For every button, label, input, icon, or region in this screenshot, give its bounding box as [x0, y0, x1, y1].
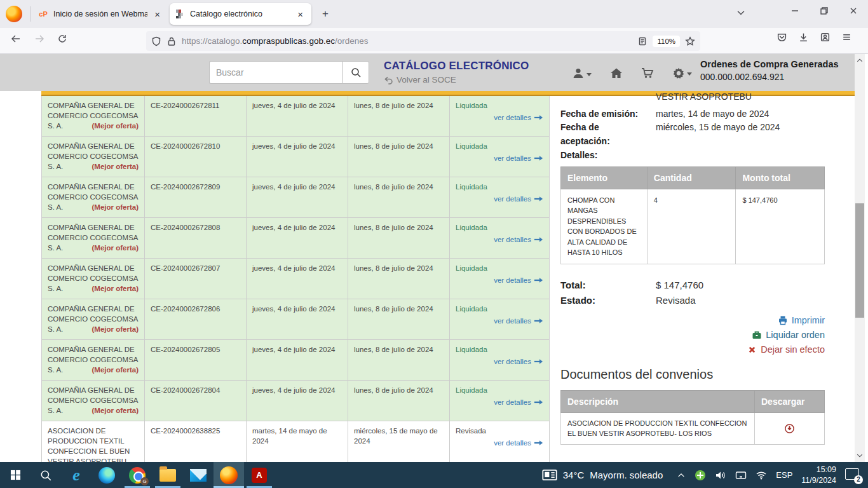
- view-details-link[interactable]: ver detalles: [494, 438, 543, 448]
- bookmark-star-icon[interactable]: [685, 36, 695, 46]
- firefox-logo[interactable]: [6, 6, 22, 22]
- field-label: Detalles:: [560, 149, 656, 163]
- search-input[interactable]: [209, 61, 342, 84]
- tray-expand-icon[interactable]: [677, 471, 686, 480]
- arrow-right-icon: [534, 114, 543, 121]
- view-details-link[interactable]: ver detalles: [494, 234, 543, 245]
- account-icon[interactable]: [820, 32, 831, 43]
- brand-block: CATÁLOGO ELECTRÓNICO Volver al SOCE: [384, 60, 529, 85]
- cart-button[interactable]: [641, 67, 654, 79]
- scroll-down-icon[interactable]: [856, 452, 864, 459]
- scroll-up-icon[interactable]: [856, 57, 864, 64]
- menu-icon[interactable]: [841, 32, 852, 43]
- scrollbar-thumb[interactable]: [855, 203, 864, 318]
- status-cell: Revisada ver detalles: [450, 421, 549, 462]
- firefox-taskbar-icon[interactable]: [214, 462, 244, 488]
- view-details-link[interactable]: ver detalles: [494, 153, 543, 163]
- back-to-soce-link[interactable]: Volver al SOCE: [384, 75, 529, 85]
- briefcase-icon: [752, 330, 762, 340]
- view-details-link[interactable]: ver detalles: [494, 275, 543, 285]
- lock-icon[interactable]: [166, 36, 177, 46]
- tab-close-icon[interactable]: ×: [295, 9, 305, 20]
- file-explorer-icon[interactable]: [153, 462, 183, 488]
- weather-desc: Mayorm. soleado: [590, 470, 663, 480]
- print-link[interactable]: Imprimir: [560, 313, 825, 328]
- notification-center-button[interactable]: 2: [845, 468, 862, 482]
- reader-view-icon[interactable]: [637, 36, 648, 46]
- request-date-cell: jueves, 4 de julio de 2024: [247, 259, 348, 299]
- request-date-cell: jueves, 4 de julio de 2024: [247, 137, 348, 177]
- settings-menu-button[interactable]: [672, 67, 692, 79]
- restore-button[interactable]: [810, 0, 839, 22]
- zoom-level-badge[interactable]: 110%: [653, 36, 680, 47]
- start-button[interactable]: [0, 462, 31, 488]
- request-date-cell: jueves, 4 de julio de 2024: [247, 96, 348, 136]
- url-text[interactable]: https://catalogo.compraspublicas.gob.ec/…: [182, 36, 632, 46]
- order-row[interactable]: COMPAÑIA GENERAL DE COMERCIO COGECOMSA S…: [42, 259, 549, 299]
- document-download-cell[interactable]: [755, 412, 825, 444]
- company-cell: COMPAÑIA GENERAL DE COMERCIO COGECOMSA S…: [42, 96, 145, 136]
- edge-icon[interactable]: [92, 462, 122, 488]
- arrow-right-icon: [534, 399, 543, 405]
- shield-icon[interactable]: [151, 36, 161, 46]
- best-offer-badge: (Mejor oferta): [92, 405, 139, 416]
- accept-date-cell: lunes, 8 de julio de 2024: [348, 259, 450, 299]
- minimize-button[interactable]: [780, 0, 810, 22]
- display-cast-icon[interactable]: [735, 471, 747, 480]
- forward-icon[interactable]: [34, 34, 45, 44]
- total-value: $ 147,4760: [656, 280, 825, 290]
- field-value: [656, 149, 825, 163]
- order-row[interactable]: COMPAÑIA GENERAL DE COMERCIO COGECOMSA S…: [42, 381, 549, 421]
- volume-icon[interactable]: [715, 470, 726, 480]
- pocket-icon[interactable]: [776, 32, 787, 43]
- mail-icon[interactable]: [183, 462, 214, 488]
- order-row[interactable]: COMPAÑIA GENERAL DE COMERCIO COGECOMSA S…: [42, 177, 549, 218]
- accept-date-cell: lunes, 8 de julio de 2024: [348, 340, 450, 380]
- view-details-link[interactable]: ver detalles: [494, 316, 543, 326]
- order-row[interactable]: COMPAÑIA GENERAL DE COMERCIO COGECOMSA S…: [42, 218, 549, 259]
- order-actions: Imprimir Liquidar orden Dejar sin efecto: [560, 313, 825, 357]
- taskbar-search-button[interactable]: [31, 462, 61, 488]
- internet-explorer-icon[interactable]: e: [61, 462, 92, 488]
- void-order-link[interactable]: Dejar sin efecto: [560, 342, 825, 357]
- estado-value: Revisada: [656, 295, 825, 306]
- new-tab-button[interactable]: +: [318, 6, 333, 22]
- antivirus-icon[interactable]: [695, 470, 706, 481]
- liquidate-order-link[interactable]: Liquidar orden: [560, 328, 825, 342]
- status-text: Revisada: [456, 426, 543, 436]
- chrome-icon[interactable]: G: [122, 462, 153, 488]
- status-text: Liquidada: [456, 263, 543, 273]
- order-row[interactable]: COMPAÑIA GENERAL DE COMERCIO COGECOMSA S…: [42, 96, 549, 137]
- order-row[interactable]: COMPAÑIA GENERAL DE COMERCIO COGECOMSA S…: [42, 340, 549, 381]
- wifi-icon[interactable]: [756, 471, 767, 480]
- search-button[interactable]: [342, 61, 369, 84]
- acrobat-icon[interactable]: A: [244, 462, 275, 488]
- reload-icon[interactable]: [57, 34, 67, 44]
- tab-close-icon[interactable]: ×: [153, 9, 162, 20]
- downloads-icon[interactable]: [798, 32, 809, 43]
- order-row[interactable]: COMPAÑIA GENERAL DE COMERCIO COGECOMSA S…: [42, 299, 549, 340]
- clock[interactable]: 15:09 11/9/2024: [801, 464, 836, 486]
- order-row[interactable]: ASOCIACION DE PRODUCCION TEXTIL CONFECCI…: [42, 421, 549, 462]
- accept-date-cell: lunes, 8 de julio de 2024: [348, 177, 450, 217]
- tab-catalogo[interactable]: Catálogo electrónico ×: [170, 3, 311, 25]
- view-details-link[interactable]: ver detalles: [494, 194, 543, 204]
- back-icon[interactable]: [10, 34, 22, 44]
- close-button[interactable]: [839, 0, 868, 22]
- printer-icon: [778, 315, 788, 325]
- page-scrollbar[interactable]: [855, 54, 865, 462]
- language-indicator[interactable]: ESP: [776, 470, 792, 480]
- list-tabs-icon[interactable]: [736, 8, 746, 18]
- status-text: Liquidada: [456, 100, 543, 111]
- home-button[interactable]: [610, 67, 623, 79]
- tab-webmail[interactable]: cP Inicio de sesión en Webmail ×: [32, 3, 168, 25]
- user-menu-button[interactable]: [572, 67, 592, 79]
- document-description: ASOCIACION DE PRODUCCION TEXTIL CONFECCI…: [561, 412, 755, 444]
- order-row[interactable]: COMPAÑIA GENERAL DE COMERCIO COGECOMSA S…: [42, 137, 549, 177]
- weather-widget[interactable]: 34°C Mayorm. soleado: [534, 462, 671, 488]
- view-details-link[interactable]: ver detalles: [494, 112, 543, 123]
- download-circle-icon[interactable]: [784, 423, 795, 434]
- view-details-link[interactable]: ver detalles: [494, 356, 543, 367]
- view-details-link[interactable]: ver detalles: [494, 397, 543, 407]
- url-bar[interactable]: https://catalogo.compraspublicas.gob.ec/…: [146, 31, 700, 51]
